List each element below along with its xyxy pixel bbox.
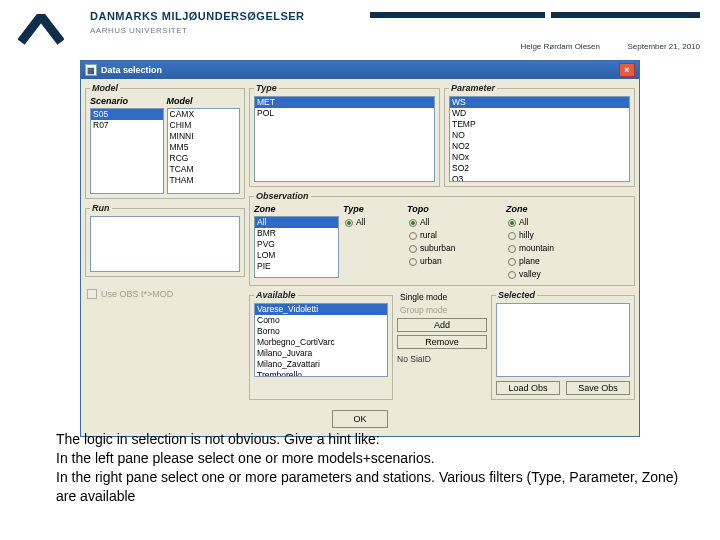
radio-option[interactable]: plane (506, 255, 630, 268)
list-item[interactable]: MET (255, 97, 434, 108)
university-name: AARHUS UNIVERSITET (90, 26, 187, 35)
radio-icon (508, 219, 516, 227)
list-item[interactable]: MINNI (168, 131, 240, 142)
radio-icon (508, 232, 516, 240)
radio-option[interactable]: mountain (506, 242, 630, 255)
slide-date: September 21, 2010 (628, 42, 701, 51)
list-item[interactable]: Tremborello (255, 370, 387, 377)
type-legend: Type (254, 83, 279, 93)
obs-topo-label: Topo (407, 204, 502, 214)
radio-option[interactable]: hilly (506, 229, 630, 242)
caption-line: In the left pane please select one or mo… (56, 449, 680, 468)
radio-icon (409, 245, 417, 253)
selected-listbox[interactable] (496, 303, 630, 377)
parameter-listbox[interactable]: WS WD TEMP NO NO2 NOx SO2 O3 (449, 96, 630, 182)
list-item[interactable]: PIE (255, 261, 338, 272)
type-listbox[interactable]: MET POL (254, 96, 435, 182)
radio-option[interactable]: Single mode (397, 292, 487, 302)
list-item[interactable]: MM5 (168, 142, 240, 153)
radio-label: hilly (519, 229, 534, 242)
obs-zone2-label: Zone (506, 204, 630, 214)
list-item[interactable]: LOM (255, 250, 338, 261)
parameter-fieldset: Parameter WS WD TEMP NO NO2 NOx SO2 O3 (444, 83, 635, 187)
use-obs-label: Use OBS t*>MOD (101, 289, 173, 299)
radio-option[interactable]: All (343, 216, 403, 229)
caption-line: In the right pane select one or more par… (56, 468, 680, 506)
obs-type-label: Type (343, 204, 403, 214)
model-label: Model (167, 96, 241, 106)
org-name: DANMARKS MILJØUNDERSØGELSER (90, 10, 305, 22)
parameter-legend: Parameter (449, 83, 497, 93)
list-item[interactable]: Varese_Vidoletti (255, 304, 387, 315)
list-item[interactable]: POL (255, 108, 434, 119)
list-item[interactable]: BMR (255, 228, 338, 239)
radio-option[interactable]: urban (407, 255, 502, 268)
remove-button[interactable]: Remove (397, 335, 487, 349)
radio-option[interactable]: suburban (407, 242, 502, 255)
obs-zone2-radios[interactable]: All hilly mountain plane valley (506, 216, 630, 281)
status-text: No SiaID (397, 352, 487, 364)
slide-caption: The logic in selection is not obvious. G… (56, 430, 680, 506)
model-listbox[interactable]: CAMX CHIM MINNI MM5 RCG TCAM THAM (167, 108, 241, 194)
type-fieldset: Type MET POL (249, 83, 440, 187)
author-name: Helge Rørdam Olesen (520, 42, 600, 51)
list-item[interactable]: TEMP (450, 119, 629, 130)
available-listbox[interactable]: Varese_Vidoletti Como Borno Morbegno_Cor… (254, 303, 388, 377)
list-item[interactable]: S05 (91, 109, 163, 120)
list-item[interactable]: THAM (168, 175, 240, 186)
list-item[interactable]: R07 (91, 120, 163, 131)
load-obs-button[interactable]: Load Obs (496, 381, 560, 395)
list-item[interactable]: Morbegno_CortiVarc (255, 337, 387, 348)
list-item[interactable]: WS (450, 97, 629, 108)
list-item[interactable]: NO2 (450, 141, 629, 152)
list-item[interactable]: Milano_Zavattari (255, 359, 387, 370)
checkbox-icon[interactable] (87, 289, 97, 299)
list-item[interactable]: CAMX (168, 109, 240, 120)
ok-button[interactable]: OK (332, 410, 388, 428)
list-item[interactable]: CHIM (168, 120, 240, 131)
radio-option[interactable]: All (407, 216, 502, 229)
radio-option[interactable]: rural (407, 229, 502, 242)
list-item[interactable]: Borno (255, 326, 387, 337)
transfer-controls: Single mode Group mode Add Remove No Sia… (397, 290, 487, 400)
radio-icon (345, 219, 353, 227)
use-obs-checkbox-row[interactable]: Use OBS t*>MOD (85, 281, 245, 307)
header-accent-bars (370, 12, 700, 18)
list-item[interactable]: All (255, 217, 338, 228)
page-header: DANMARKS MILJØUNDERSØGELSER AARHUS UNIVE… (0, 0, 720, 58)
list-item[interactable]: NO (450, 130, 629, 141)
list-item[interactable]: SO2 (450, 163, 629, 174)
save-obs-button[interactable]: Save Obs (566, 381, 630, 395)
list-item[interactable]: NOx (450, 152, 629, 163)
list-item[interactable]: O3 (450, 174, 629, 182)
list-item[interactable]: WD (450, 108, 629, 119)
model-legend: Model (90, 83, 120, 93)
radio-option[interactable]: Group mode (397, 305, 487, 315)
obs-zone-listbox[interactable]: All BMR PVG LOM PIE (254, 216, 339, 278)
list-item[interactable]: Milano_Juvara (255, 348, 387, 359)
close-button[interactable]: × (619, 63, 635, 77)
radio-label: plane (519, 255, 540, 268)
add-button[interactable]: Add (397, 318, 487, 332)
scenario-label: Scenario (90, 96, 164, 106)
obs-topo-radios[interactable]: All rural suburban urban (407, 216, 502, 268)
radio-icon (409, 258, 417, 266)
radio-label: rural (420, 229, 437, 242)
radio-icon (409, 232, 417, 240)
selected-fieldset: Selected Load Obs Save Obs (491, 290, 635, 400)
obs-type-radios[interactable]: All (343, 216, 403, 229)
radio-option[interactable]: valley (506, 268, 630, 281)
observation-legend: Observation (254, 191, 311, 201)
list-item[interactable]: PVG (255, 239, 338, 250)
dialog-titlebar[interactable]: ▦ Data selection × (81, 61, 639, 79)
list-item[interactable]: RCG (168, 153, 240, 164)
radio-option[interactable]: All (506, 216, 630, 229)
radio-label: All (420, 216, 429, 229)
run-listbox[interactable] (90, 216, 240, 272)
list-item[interactable]: TCAM (168, 164, 240, 175)
data-selection-dialog: ▦ Data selection × Model Scenario S05 R0… (80, 60, 640, 437)
radio-label: Single mode (400, 292, 447, 302)
scenario-listbox[interactable]: S05 R07 (90, 108, 164, 194)
radio-label: All (519, 216, 528, 229)
list-item[interactable]: Como (255, 315, 387, 326)
